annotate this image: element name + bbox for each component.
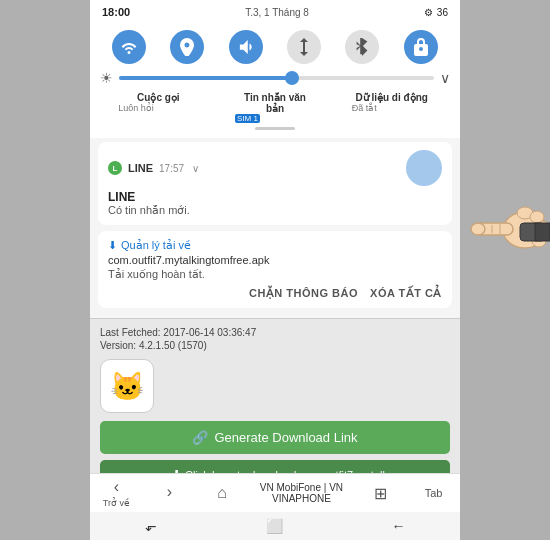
nav-url-text: VN MobiFone | VN VINAPHONE — [249, 482, 355, 504]
download-label: Quản lý tải về — [121, 239, 191, 252]
clear-all-btn[interactable]: XÓA TẤT CẢ — [370, 287, 442, 300]
notif-actions: CHẶN THÔNG BÁO XÓA TẤT CẢ — [108, 287, 442, 300]
nav-url-bar[interactable]: VN MobiFone | VN VINAPHONE — [249, 482, 355, 504]
calls-sub: Luôn hỏi — [118, 103, 198, 113]
status-right: ⚙ 36 — [424, 7, 448, 18]
expand-icon[interactable]: ∨ — [440, 70, 450, 86]
notif-line-header: L LINE 17:57 ∨ — [108, 150, 442, 186]
brightness-slider[interactable] — [119, 76, 434, 80]
qs-tiles-row: Cuộc gọi Luôn hỏi Tin nhắn văn bản SIM 1… — [100, 92, 450, 123]
nav-home[interactable]: ⌂ — [196, 484, 249, 502]
home-btn[interactable]: ⬜ — [266, 518, 283, 534]
svg-rect-7 — [535, 223, 550, 241]
sim-badge: SIM 1 — [235, 114, 260, 123]
status-bar: 18:00 T.3, 1 Tháng 8 ⚙ 36 — [90, 0, 460, 24]
last-fetched: Last Fetched: 2017-06-14 03:36:47 — [100, 327, 450, 338]
browser-nav-bar: ‹ Trở về › ⌂ VN MobiFone | VN VINAPHONE … — [90, 473, 460, 512]
line-app-icon: L — [108, 161, 122, 175]
generate-download-link-button[interactable]: 🔗 Generate Download Link — [100, 421, 450, 454]
line-app-name: LINE — [128, 162, 153, 174]
app-icon-large: 🐱 — [100, 359, 154, 413]
quick-settings-panel: ☀ ∨ Cuộc gọi Luôn hỏi Tin nhắn văn bản — [90, 24, 460, 138]
nav-forward-icon: › — [167, 483, 172, 501]
download-notification[interactable]: ⬇ Quản lý tải về com.outfit7.mytalkingto… — [98, 231, 452, 308]
brightness-row: ☀ ∨ — [100, 70, 450, 86]
location-icon[interactable] — [170, 30, 204, 64]
svg-point-10 — [471, 223, 485, 235]
system-nav-bar: ⬐ ⬜ ← — [90, 512, 460, 540]
qs-icons-row — [100, 30, 450, 64]
brightness-icon: ☀ — [100, 70, 113, 86]
sms-sub: SIM 1 — [235, 114, 315, 123]
nav-back[interactable]: ‹ Trở về — [90, 478, 143, 508]
qs-tile-data[interactable]: Dữ liệu di động Đã tắt — [352, 92, 432, 123]
nav-forward[interactable]: › — [143, 483, 196, 503]
brightness-fill — [119, 76, 292, 80]
web-content-area: Last Fetched: 2017-06-14 03:36:47 Versio… — [90, 318, 460, 497]
calls-title: Cuộc gọi — [118, 92, 198, 103]
sound-icon[interactable] — [229, 30, 263, 64]
data-sub: Đã tắt — [352, 103, 432, 113]
download-icon: ⬇ — [108, 239, 117, 252]
status-date: T.3, 1 Tháng 8 — [245, 7, 309, 18]
download-status: Tải xuống hoàn tất. — [108, 268, 442, 281]
line-expand-icon: ∨ — [192, 163, 199, 174]
gear-icon[interactable]: ⚙ — [424, 7, 433, 18]
notif-line-body: LINE Có tin nhắn mới. — [108, 190, 442, 217]
status-time: 18:00 — [102, 6, 130, 18]
brightness-thumb — [285, 71, 299, 85]
data-title: Dữ liệu di động — [352, 92, 432, 103]
data-transfer-icon[interactable] — [287, 30, 321, 64]
bookmark-icon: ⊞ — [374, 484, 387, 503]
bluetooth-icon[interactable] — [345, 30, 379, 64]
download-filename: com.outfit7.mytalkingtomfree.apk — [108, 254, 442, 266]
nav-bookmark[interactable]: ⊞ — [354, 484, 407, 503]
download-manager-row: ⬇ Quản lý tải về — [108, 239, 442, 252]
hand-pointer — [465, 185, 550, 265]
wifi-icon[interactable] — [112, 30, 146, 64]
line-title: LINE — [108, 190, 190, 204]
nav-tab[interactable]: Tab — [407, 487, 460, 499]
battery-text: 36 — [437, 7, 448, 18]
sms-title: Tin nhắn văn bản — [235, 92, 315, 114]
link-icon: 🔗 — [192, 430, 208, 445]
nav-home-icon: ⌂ — [217, 484, 227, 502]
line-time: 17:57 — [159, 163, 184, 174]
line-text: Có tin nhắn mới. — [108, 204, 190, 217]
nav-back-icon: ‹ — [114, 478, 119, 496]
tab-icon: Tab — [425, 487, 443, 499]
screen-lock-icon[interactable] — [404, 30, 438, 64]
qs-tile-calls[interactable]: Cuộc gọi Luôn hỏi — [118, 92, 198, 123]
version-info: Version: 4.2.1.50 (1570) — [100, 340, 450, 351]
line-notification[interactable]: L LINE 17:57 ∨ LINE Có tin nhắn mới. — [98, 142, 452, 225]
block-btn[interactable]: CHẶN THÔNG BÁO — [249, 287, 358, 300]
menu-btn[interactable]: ⬐ — [145, 518, 157, 534]
qs-tile-sms[interactable]: Tin nhắn văn bản SIM 1 — [235, 92, 315, 123]
line-avatar — [406, 150, 442, 186]
phone-frame: 18:00 T.3, 1 Tháng 8 ⚙ 36 — [90, 0, 460, 540]
app-icon-emoji: 🐱 — [110, 370, 145, 403]
back-btn[interactable]: ← — [392, 518, 406, 534]
qs-divider — [255, 127, 295, 130]
generate-btn-label: Generate Download Link — [214, 430, 357, 445]
notification-list: L LINE 17:57 ∨ LINE Có tin nhắn mới. ⬇ — [90, 138, 460, 318]
nav-back-label: Trở về — [103, 498, 130, 508]
